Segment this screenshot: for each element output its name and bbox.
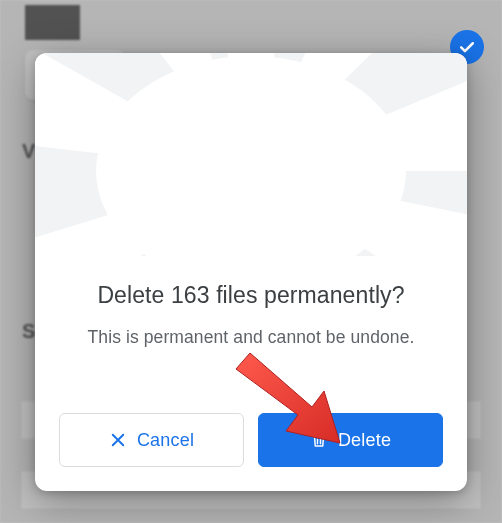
cancel-button[interactable]: Cancel (59, 413, 244, 467)
dialog-hero (35, 53, 467, 256)
dialog-title: Delete 163 files permanently? (97, 282, 404, 309)
cancel-button-label: Cancel (137, 430, 194, 451)
dialog-button-row: Cancel Delete (59, 393, 443, 467)
close-icon (109, 431, 127, 449)
starburst-graphic (35, 53, 467, 256)
confirm-delete-dialog: Delete 163 files permanently? This is pe… (35, 53, 467, 491)
dialog-subtitle: This is permanent and cannot be undone. (88, 327, 415, 348)
trash-icon (310, 431, 328, 449)
dialog-content: Delete 163 files permanently? This is pe… (35, 256, 467, 491)
svg-point-9 (96, 56, 406, 256)
delete-button-label: Delete (338, 430, 391, 451)
delete-button[interactable]: Delete (258, 413, 443, 467)
